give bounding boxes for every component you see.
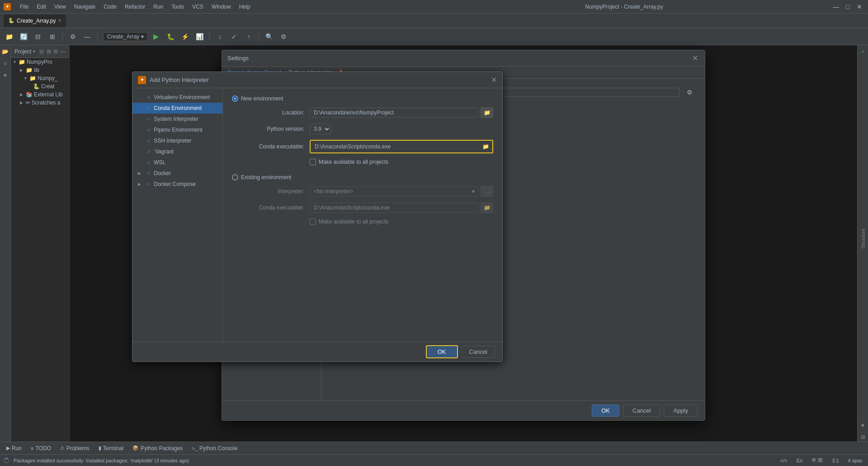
sidebar-item-virtualenv[interactable]: ○ Virtualenv Environment xyxy=(132,92,222,103)
conda-executable-label: Conda executable: xyxy=(241,143,304,150)
run-config-selector[interactable]: Create_Array ▾ xyxy=(103,32,148,41)
tree-item-external[interactable]: ▶ 📚 External Lib xyxy=(11,90,69,99)
profile-btn[interactable]: 📊 xyxy=(193,30,206,43)
tree-item-scratches[interactable]: ▶ ✏ Scratches a xyxy=(11,99,69,107)
bottom-tab-bar: ▶ Run ≡ TODO ⚠ Problems ▮ Terminal 📦 Pyt… xyxy=(0,442,868,454)
tab-run[interactable]: ▶ Run xyxy=(2,443,26,453)
add-interpreter-ok-button[interactable]: OK xyxy=(426,345,458,358)
conda-executable-browse-button[interactable]: 📁 xyxy=(479,141,492,152)
tree-item-numpy[interactable]: ▼ 📁 Numpy_ xyxy=(11,74,69,82)
sidebar-item-docker-compose[interactable]: ▶ ○ Docker Compose xyxy=(132,179,222,190)
menu-window[interactable]: Window xyxy=(208,3,235,11)
tree-item-create[interactable]: ▶ 🐍 Creat xyxy=(11,82,69,90)
check-icon[interactable]: ✓ xyxy=(859,47,868,56)
location-browse-button[interactable]: 📁 xyxy=(481,107,493,118)
search-btn[interactable]: 🔍 xyxy=(263,30,275,43)
make-available-existing-checkbox[interactable] xyxy=(310,219,316,225)
make-available-existing-env[interactable]: Make available to all projects xyxy=(310,219,493,225)
collapse-btn[interactable]: ⊟ xyxy=(32,30,44,43)
numpy-folder-icon: 📁 xyxy=(29,75,36,81)
locale-item[interactable]: En xyxy=(795,458,804,463)
make-available-new-env[interactable]: Make available to all projects xyxy=(310,159,493,165)
tree-label-numpy: Numpy_ xyxy=(38,75,58,81)
menu-vcs[interactable]: VCS xyxy=(189,3,207,11)
sidebar-item-vagrant[interactable]: ✓ Vagrant xyxy=(132,146,222,157)
menu-tools[interactable]: Tools xyxy=(168,3,188,11)
menu-run[interactable]: Run xyxy=(150,3,167,11)
sidebar-item-pipenv[interactable]: ○ Pipenv Environment xyxy=(132,124,222,135)
app-title: NumpyProject - Create_Array.py xyxy=(417,4,831,10)
tab-todo[interactable]: ≡ TODO xyxy=(26,443,56,453)
new-environment-radio[interactable]: New environment xyxy=(232,95,493,102)
conda-executable-existing-input[interactable] xyxy=(310,203,479,213)
tab-close-button[interactable]: ✕ xyxy=(58,18,61,23)
panel-hide-btn[interactable]: — xyxy=(60,48,66,56)
indent-item[interactable]: 4 spac xyxy=(846,458,864,463)
interpreter-select[interactable]: <No interpreter> ▾ xyxy=(310,186,479,196)
editor-tab-create-array[interactable]: 🐍 Create_Array.py ✕ xyxy=(4,14,66,27)
menu-file[interactable]: File xyxy=(16,3,32,11)
python-version-select[interactable]: 3.9 xyxy=(310,124,331,134)
close-button[interactable]: ✕ xyxy=(854,2,864,12)
project-view-icon[interactable]: 📂 xyxy=(1,47,10,56)
context-btn[interactable]: ⚙ xyxy=(277,30,290,43)
sidebar-item-conda[interactable]: ○ Conda Environment xyxy=(132,103,222,114)
add-interpreter-close-button[interactable]: ✕ xyxy=(491,76,497,84)
make-available-new-checkbox[interactable] xyxy=(310,159,316,165)
tab-python-packages[interactable]: 📦 Python Packages xyxy=(128,443,187,453)
coverage-btn[interactable]: ⚡ xyxy=(179,30,191,43)
add-interpreter-dialog: ✦ Add Python Interpreter ✕ ○ Virtualenv … xyxy=(132,71,503,362)
debug-btn[interactable]: 🐛 xyxy=(164,30,177,43)
menu-refactor[interactable]: Refactor xyxy=(121,3,149,11)
status-bar: Packages installed successfully: Install… xyxy=(0,454,868,466)
menu-edit[interactable]: Edit xyxy=(33,3,50,11)
position-item[interactable]: 3:1 xyxy=(830,458,840,463)
tab-problems[interactable]: ⚠ Problems xyxy=(56,443,94,453)
tab-python-console[interactable]: >_ Python Console xyxy=(187,443,242,453)
add-interpreter-cancel-button[interactable]: Cancel xyxy=(462,346,495,358)
collapse-all-btn[interactable]: ⊟ xyxy=(39,48,44,56)
sidebar-item-wsl[interactable]: ○ WSL xyxy=(132,157,222,168)
panel-settings-btn[interactable]: ⚙ xyxy=(53,48,58,56)
menu-code[interactable]: Code xyxy=(100,3,120,11)
tree-expand-arrow-numpy: ▼ xyxy=(24,76,28,81)
vcs-commit-btn[interactable]: ✓ xyxy=(228,30,241,43)
project-dropdown-arrow[interactable]: ▾ xyxy=(33,49,35,54)
sidebar-item-docker[interactable]: ▶ ○ Docker xyxy=(132,168,222,179)
menu-navigate[interactable]: Navigate xyxy=(71,3,99,11)
existing-environment-radio[interactable]: Existing environment xyxy=(232,174,493,181)
run-button[interactable]: ▶ xyxy=(150,30,162,43)
sync-btn[interactable]: 🔄 xyxy=(17,30,30,43)
conda-executable-existing-browse-button[interactable]: 📁 xyxy=(481,202,493,213)
bookmarks-icon[interactable]: ★ xyxy=(1,71,10,80)
menu-view[interactable]: View xyxy=(51,3,70,11)
minimize-button[interactable]: — xyxy=(831,2,841,12)
existing-environment-radio-btn[interactable] xyxy=(232,174,238,181)
tree-item-numpyproject[interactable]: ▼ 📁 NumpyPro xyxy=(11,58,69,66)
vcs-update-btn[interactable]: ↓ xyxy=(213,30,226,43)
sidebar-item-system[interactable]: ○ System Interpreter xyxy=(132,114,222,124)
favorites-icon[interactable]: ★ xyxy=(859,421,868,430)
new-environment-radio-btn[interactable] xyxy=(232,95,238,102)
maximize-button[interactable]: □ xyxy=(843,2,853,12)
vcs-push-btn[interactable]: ↑ xyxy=(242,30,255,43)
structure-icon[interactable]: ≡ xyxy=(1,59,10,68)
conda-executable-input[interactable] xyxy=(311,142,477,151)
tree-item-lib[interactable]: ▶ 📁 lib xyxy=(11,66,69,74)
tree-label-lib: lib xyxy=(34,67,39,73)
hide-btn[interactable]: — xyxy=(81,30,94,43)
input-method-item[interactable]: 半 简 xyxy=(810,457,825,464)
expand-all-btn[interactable]: ⊞ xyxy=(46,48,52,56)
sidebar-item-ssh[interactable]: ○ SSH Interpreter xyxy=(132,135,222,146)
interpreter-browse-button[interactable]: … xyxy=(481,186,493,197)
right-bottom-icon[interactable]: ⊞ xyxy=(859,433,868,442)
tab-terminal[interactable]: ▮ Terminal xyxy=(94,443,128,453)
location-input[interactable] xyxy=(310,108,479,118)
settings-btn[interactable]: ⚙ xyxy=(66,30,79,43)
expand-btn[interactable]: ⊞ xyxy=(46,30,59,43)
project-icon-btn[interactable]: 📁 xyxy=(3,30,15,43)
docker-compose-label: Docker Compose xyxy=(154,181,196,187)
menu-help[interactable]: Help xyxy=(236,3,254,11)
structure-tab[interactable]: Structure xyxy=(859,225,868,252)
lang-icon-item[interactable]: </> xyxy=(778,458,789,463)
